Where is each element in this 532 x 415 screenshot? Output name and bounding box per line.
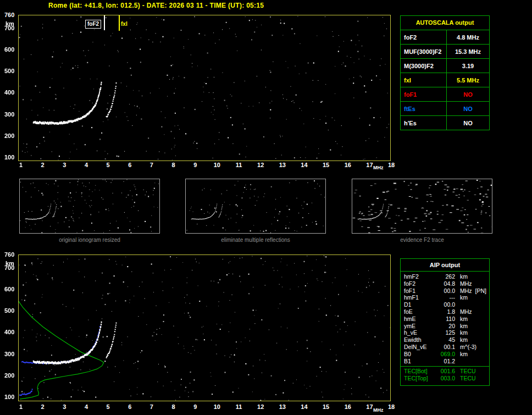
x-axis-tick-label: 6 — [124, 404, 135, 410]
x-axis-unit-label: MHz — [373, 407, 384, 413]
parameter-label: h'Es — [401, 116, 447, 130]
y-axis-tick-label: 200 — [4, 133, 14, 139]
y-axis-tick-label: 100 — [4, 154, 14, 161]
x-axis-tick-label: 10 — [212, 404, 223, 410]
y-axis-tick-label: 200 — [4, 373, 14, 379]
fxi-marker-line — [119, 15, 120, 31]
parameter-label: MUF(3000)F2 — [401, 45, 447, 58]
x-axis-tick-label: 9 — [190, 162, 201, 168]
x-axis-tick-label: 16 — [342, 404, 353, 410]
x-axis-tick-label: 13 — [277, 162, 288, 168]
parameter-label: hmF2 — [404, 273, 435, 280]
aip-table-row: B101.2 — [401, 358, 489, 365]
x-axis-tick-label: 5 — [103, 162, 114, 168]
parameter-label: foF1 — [401, 87, 447, 101]
x-axis-tick-label: 14 — [298, 404, 309, 410]
parameter-label: foE — [404, 308, 435, 316]
parameter-value: 01.2 — [435, 358, 455, 365]
autoscala-table-row: M(3000)F23.19 — [401, 59, 489, 73]
parameter-unit: TECU — [455, 368, 476, 375]
x-axis-tick-label: 5 — [103, 404, 114, 410]
parameter-value: 110 — [435, 316, 455, 323]
parameter-label: B1 — [404, 358, 435, 365]
parameter-label: foF2 — [404, 280, 435, 287]
autoscala-output-table: AUTOSCALA output foF24.8 MHzMUF(3000)F21… — [400, 15, 490, 130]
x-axis-tick-label: 3 — [59, 404, 70, 410]
parameter-unit: km — [455, 336, 468, 344]
parameter-label: DelN_vE — [404, 344, 435, 351]
ionogram-plot-top: foF2 fxI — [18, 15, 391, 161]
parameter-value: 00.0 — [435, 287, 455, 295]
y-axis-unit-label: km — [5, 261, 14, 267]
x-axis-tick-label: 4 — [81, 162, 92, 168]
autoscala-table-rows: foF24.8 MHzMUF(3000)F215.3 MHzM(3000)F23… — [401, 30, 489, 130]
aip-table-row: D100.0 — [401, 301, 489, 308]
parameter-value: 125 — [435, 329, 455, 336]
x-axis-tick-label: 7 — [146, 162, 157, 168]
parameter-label: Ewidth — [404, 336, 435, 344]
y-axis-tick-label: 600 — [4, 286, 14, 292]
parameter-unit — [455, 301, 460, 308]
x-axis-tick-label: 12 — [255, 404, 266, 410]
parameter-value: NO — [447, 87, 489, 101]
y-axis-tick-label: 500 — [4, 308, 14, 314]
y-axis-tick-label: 100 — [4, 394, 14, 400]
x-axis-tick-label: 18 — [386, 162, 397, 168]
parameter-value: 5.5 MHz — [447, 73, 489, 87]
aip-table-row: hmF1---km — [401, 294, 489, 301]
aip-section-divider — [401, 366, 489, 367]
y-axis-tick-label: 500 — [4, 68, 14, 74]
aip-table-title: AIP output — [401, 259, 489, 272]
x-axis-tick-label: 18 — [386, 404, 397, 410]
parameter-value: 20 — [435, 323, 455, 330]
x-axis-tick-label: 1 — [15, 404, 26, 410]
thumbnail-canvas-reflections — [186, 179, 325, 233]
thumbnail-caption: eliminate multiple reflections — [185, 237, 326, 243]
parameter-value: 003.0 — [435, 375, 455, 382]
x-axis-tick-label: 9 — [190, 404, 201, 410]
x-axis-tick-label: 7 — [146, 404, 157, 410]
parameter-value: --- — [435, 294, 455, 301]
y-axis-tick-label: 760 — [4, 12, 14, 18]
y-axis-tick-label: 600 — [4, 47, 14, 53]
x-axis-tick-label: 2 — [37, 162, 48, 168]
aip-table-row: hmF2262km — [401, 273, 489, 280]
x-axis-tick-label: 4 — [81, 404, 92, 410]
aip-table-row: TEC[Top]003.0TECU — [401, 375, 489, 382]
thumbnail-canvas-original — [20, 179, 159, 233]
aip-table-row: h_vE125km — [401, 329, 489, 336]
parameter-label: M(3000)F2 — [401, 59, 447, 73]
parameter-value: 00.0 — [435, 301, 455, 308]
parameter-value: 15.3 MHz — [447, 45, 489, 58]
y-axis-tick-label: 300 — [4, 351, 14, 357]
aip-table-row: ymE20km — [401, 323, 489, 330]
x-axis-tick-label: 8 — [168, 162, 179, 168]
x-axis-tick-label: 6 — [124, 162, 135, 168]
parameter-value: 1.8 — [435, 308, 455, 316]
parameter-unit — [455, 358, 460, 365]
parameter-value: 069.0 — [435, 351, 455, 358]
parameter-value: 04.8 — [435, 280, 455, 287]
thumbnail-caption: evidence F2 trace — [352, 237, 492, 243]
x-axis-tick-label: 2 — [37, 404, 48, 410]
x-axis-tick-label: 1 — [15, 162, 26, 168]
y-axis-tick-label: 760 — [4, 252, 14, 258]
x-axis-tick-label: 8 — [168, 404, 179, 410]
autoscala-table-title: AUTOSCALA output — [401, 16, 489, 30]
x-axis-tick-label: 10 — [212, 162, 223, 168]
parameter-label: foF2 — [401, 30, 447, 44]
x-axis-tick-label: 15 — [320, 162, 331, 168]
parameter-value: 00.1 — [435, 344, 455, 351]
x-axis-tick-label: 16 — [342, 162, 353, 168]
fof2-marker-label: foF2 — [85, 20, 101, 29]
autoscala-table-row: MUF(3000)F215.3 MHz — [401, 45, 489, 59]
parameter-value: 3.19 — [447, 59, 489, 73]
autoscala-table-row: foF24.8 MHz — [401, 30, 489, 45]
parameter-note: [PN] — [475, 287, 486, 295]
parameter-label: foF1 — [404, 287, 435, 295]
x-axis-unit-label: MHz — [373, 165, 384, 170]
autoscala-table-row: h'EsNO — [401, 116, 489, 130]
x-axis-tick-label: 3 — [59, 162, 70, 168]
parameter-unit: MHz — [455, 280, 472, 287]
parameter-label: ftEs — [401, 102, 447, 115]
